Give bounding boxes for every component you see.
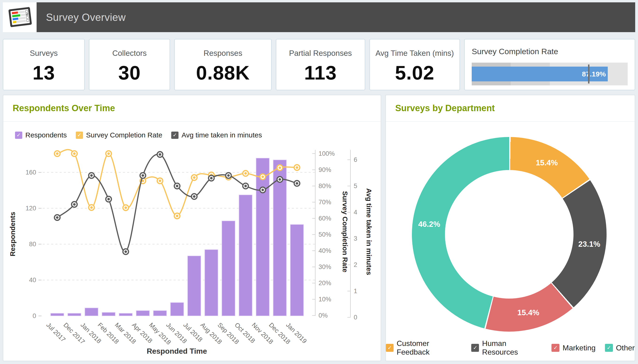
- donut-chart[interactable]: 15.4%23.1%15.4%46.2%: [412, 137, 606, 332]
- svg-text:50%: 50%: [318, 231, 331, 238]
- svg-text:10%: 10%: [318, 296, 331, 303]
- svg-text:70%: 70%: [318, 199, 331, 206]
- legend-item-customer-feedback[interactable]: ✓ Customer Feedback: [386, 339, 462, 356]
- panel-header: Respondents Over Time: [3, 95, 381, 122]
- legend-item-respondents[interactable]: ✓ Respondents: [15, 131, 67, 139]
- dashboard: Survey Overview Surveys 13 Collectors 30…: [0, 0, 638, 364]
- legend-label: Avg time taken in minutes: [182, 131, 262, 139]
- svg-text:80: 80: [29, 241, 36, 248]
- bar-May 2018[interactable]: [154, 310, 167, 316]
- respondents-over-time-panel: Respondents Over Time ✓ Respondents ✓ Su…: [3, 95, 381, 361]
- app-logo: [3, 2, 36, 32]
- survey-checklist-icon: [6, 4, 34, 30]
- legend-item-human-resources[interactable]: ✓ Human Resources: [471, 339, 542, 356]
- kpi-card-responses: Responses 0.88K: [174, 39, 272, 90]
- kpi-value: 13: [32, 62, 55, 84]
- header: Survey Overview: [3, 2, 635, 32]
- checkbox-checked-icon[interactable]: ✓: [605, 344, 613, 352]
- checkbox-checked-icon[interactable]: ✓: [471, 344, 479, 352]
- legend-label: Survey Completion Rate: [86, 131, 162, 139]
- kpi-label: Responses: [204, 49, 242, 58]
- x-axis-title: Responded Time: [146, 347, 207, 355]
- panel-title: Respondents Over Time: [13, 103, 115, 113]
- bar-Jul 2018[interactable]: [188, 256, 201, 316]
- kpi-value: 30: [118, 62, 140, 84]
- legend-item-other[interactable]: ✓ Other: [605, 344, 635, 352]
- svg-text:Survey Completion Rate: Survey Completion Rate: [341, 191, 349, 272]
- kpi-card-collectors: Collectors 30: [89, 39, 170, 90]
- svg-text:Avg time taken in minutes: Avg time taken in minutes: [365, 188, 373, 275]
- legend-label: Marketing: [562, 344, 596, 352]
- svg-text:0: 0: [354, 314, 357, 321]
- kpi-label: Collectors: [112, 49, 147, 58]
- kpi-value: 0.88K: [196, 62, 250, 84]
- svg-text:40: 40: [29, 276, 36, 284]
- checkbox-checked-icon[interactable]: ✓: [76, 132, 83, 139]
- legend-item-avg-time[interactable]: ✓ Avg time taken in minutes: [171, 131, 262, 139]
- completion-rate-target-marker: [588, 64, 590, 84]
- checkbox-checked-icon[interactable]: ✓: [552, 344, 560, 352]
- kpi-label: Avg Time Taken (mins): [376, 49, 454, 58]
- bar-Feb 2018[interactable]: [102, 312, 116, 316]
- bar-Nov 2018[interactable]: [256, 158, 270, 316]
- bar-Oct 2018[interactable]: [239, 195, 252, 316]
- svg-text:4: 4: [354, 209, 357, 216]
- kpi-value: 113: [304, 62, 337, 84]
- bar-Dec 2017[interactable]: [68, 313, 81, 316]
- page-title: Survey Overview: [46, 12, 126, 23]
- legend-label: Respondents: [25, 131, 67, 139]
- bar-Mar 2018[interactable]: [119, 313, 132, 316]
- legend-label: Other: [616, 344, 635, 352]
- bar-Aug 2018[interactable]: [205, 250, 218, 316]
- svg-text:60%: 60%: [318, 215, 331, 222]
- svg-text:5: 5: [354, 182, 357, 190]
- checkbox-checked-icon[interactable]: ✓: [171, 132, 178, 139]
- svg-text:20%: 20%: [318, 280, 331, 286]
- svg-text:0%: 0%: [318, 312, 328, 319]
- legend-label: Customer Feedback: [397, 339, 462, 356]
- svg-text:160: 160: [26, 169, 36, 176]
- combo-chart[interactable]: 04080120160Respondents0%10%20%30%40%50%6…: [3, 142, 381, 361]
- kpi-label: Partial Responses: [289, 49, 352, 58]
- svg-text:40%: 40%: [318, 247, 331, 254]
- pie-legend: ✓ Customer Feedback ✓ Human Resources ✓ …: [386, 339, 635, 356]
- header-bar: Survey Overview: [36, 2, 635, 32]
- slice-label-Human Resources: 23.1%: [578, 240, 600, 248]
- svg-text:6: 6: [354, 156, 357, 163]
- bar-Sep 2018[interactable]: [222, 221, 235, 316]
- slice-label-Other: 46.2%: [418, 220, 440, 229]
- combo-chart-legend: ✓ Respondents ✓ Survey Completion Rate ✓…: [15, 131, 381, 139]
- svg-text:Respondents: Respondents: [9, 212, 16, 256]
- kpi-card-partial-responses: Partial Responses 113: [276, 39, 365, 90]
- svg-text:1: 1: [354, 288, 357, 294]
- completion-rate-bullet-chart: 87.19%: [472, 62, 628, 85]
- kpi-value: 5.02: [395, 62, 434, 84]
- bar-Dec 2018[interactable]: [273, 160, 287, 316]
- svg-text:3: 3: [354, 235, 357, 242]
- svg-text:80%: 80%: [318, 182, 331, 190]
- completion-rate-title: Survey Completion Rate: [472, 47, 628, 56]
- legend-item-completion-rate[interactable]: ✓ Survey Completion Rate: [76, 131, 162, 139]
- legend-item-marketing[interactable]: ✓ Marketing: [552, 344, 596, 352]
- svg-text:100%: 100%: [318, 150, 335, 157]
- completion-rate-bar[interactable]: 87.19%: [472, 66, 608, 82]
- svg-text:30%: 30%: [318, 264, 331, 270]
- kpi-card-avg-time: Avg Time Taken (mins) 5.02: [370, 39, 460, 90]
- checkbox-checked-icon[interactable]: ✓: [386, 344, 394, 352]
- svg-text:2: 2: [354, 261, 357, 268]
- bar-Jul 2017[interactable]: [51, 313, 64, 316]
- bar-Jan 2018[interactable]: [85, 308, 98, 316]
- checkbox-checked-icon[interactable]: ✓: [15, 132, 22, 139]
- bar-Jun 2018[interactable]: [170, 302, 184, 316]
- kpi-card-surveys: Surveys 13: [3, 39, 85, 90]
- panel-header: Surveys by Department: [386, 95, 635, 122]
- completion-rate-value: 87.19%: [582, 70, 606, 78]
- panel-title: Surveys by Department: [395, 103, 495, 113]
- kpi-label: Surveys: [30, 49, 58, 58]
- bar-Apr 2018[interactable]: [136, 310, 150, 316]
- legend-label: Human Resources: [482, 339, 542, 356]
- svg-text:0: 0: [32, 312, 36, 320]
- slice-label-Marketing: 15.4%: [518, 308, 540, 317]
- kpi-row: Surveys 13 Collectors 30 Responses 0.88K…: [3, 39, 635, 90]
- bar-Jan 2019[interactable]: [290, 224, 304, 316]
